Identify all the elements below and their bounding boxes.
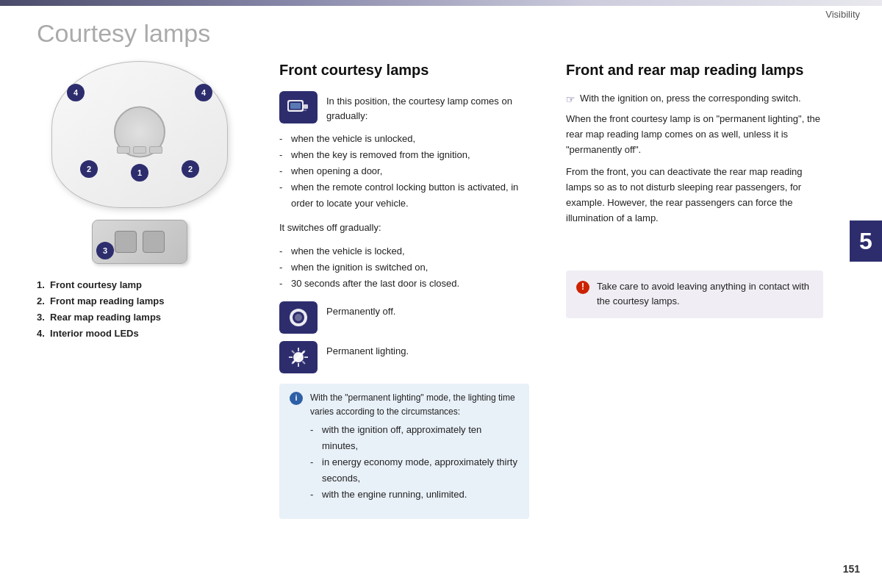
switch-panel: 3 [92,220,187,264]
chapter-number: 5 [850,220,882,262]
page-number: 151 [843,563,860,575]
badge-3: 3 [96,242,114,259]
middle-column: Front courtesy lamps In this position, t… [265,61,544,519]
info-sub-2: in energy economy mode, approximately th… [310,454,519,487]
info-box-content: With the "permanent lighting" mode, the … [310,391,519,512]
arrow-symbol: ☞ [566,92,576,107]
arrow-item-text: With the ignition on, press the correspo… [580,91,801,106]
badge-4-right: 4 [195,84,212,101]
badge-2-right: 2 [182,160,199,178]
off-bullet-list: when the vehicle is locked, when the ign… [279,243,529,292]
map-body-2: From the front, you can deactivate the r… [566,165,823,226]
left-column: 4 4 2 1 2 3 [29,61,265,519]
perm-on-icon [279,341,318,373]
on-item-1: when the vehicle is unlocked, [279,131,529,147]
gradually-on-icon [279,91,318,123]
lamp-btn-2 [133,146,146,154]
perm-on-row: Permanent lighting. [279,341,529,373]
switches-off-text: It switches off gradually: [279,220,529,236]
perm-off-row: Permanently off. [279,301,529,334]
badge-4-left: 4 [67,84,85,101]
warning-box: ! Take care to avoid leaving anything in… [566,270,823,319]
header-section-label: Visibility [825,9,860,20]
lamp-buttons-row [117,146,162,154]
off-item-3: 30 seconds after the last door is closed… [279,276,529,292]
info-sub-3: with the engine running, unlimited. [310,487,519,503]
legend-item-3: 3. Rear map reading lamps [37,309,164,326]
lamp-oval: 4 4 2 1 2 [51,61,228,208]
lamp-btn-1 [117,146,130,154]
warning-text: Take care to avoid leaving anything in c… [597,279,813,310]
info-sub-1: with the ignition off, approximately ten… [310,422,519,454]
badge-1: 1 [131,164,148,182]
map-reading-heading: Front and rear map reading lamps [566,61,823,79]
top-gradient-bar [0,0,882,6]
warning-icon: ! [576,281,589,294]
on-item-2: when the key is removed from the ignitio… [279,147,529,163]
svg-rect-2 [304,104,308,109]
info-icon: i [290,392,303,405]
svg-line-14 [303,361,306,364]
off-item-1: when the vehicle is locked, [279,243,529,259]
switch-btn-2 [143,231,165,253]
info-sub-list: with the ignition off, approximately ten… [310,422,519,503]
page-title: Courtesy lamps [37,19,882,48]
arrow-item: ☞ With the ignition on, press the corres… [566,91,823,107]
gradually-on-text: In this position, the courtesy lamp come… [326,91,529,123]
main-columns: 4 4 2 1 2 3 [0,61,882,519]
legend-item-1: 1. Front courtesy lamp [37,277,164,293]
perm-on-text: Permanent lighting. [326,341,409,359]
info-box: i With the "permanent lighting" mode, th… [279,384,529,520]
perm-off-icon [279,301,318,334]
on-item-4: when the remote control locking button i… [279,179,529,212]
legend-list: 1. Front courtesy lamp 2. Front map read… [37,277,164,342]
right-column: Front and rear map reading lamps ☞ With … [544,61,867,519]
legend-item-2: 2. Front map reading lamps [37,293,164,309]
on-item-3: when opening a door, [279,163,529,179]
perm-off-text: Permanently off. [326,301,395,319]
off-item-2: when the ignition is switched on, [279,259,529,276]
lamp-diagram: 4 4 2 1 2 [44,61,235,208]
legend-item-4: 4. Interior mood LEDs [37,326,164,342]
svg-point-7 [295,314,302,321]
switch-btn-1 [115,231,137,253]
map-body-1: When the front courtesy lamp is on "perm… [566,112,823,157]
badge-2-left: 2 [80,160,98,178]
svg-line-13 [292,351,295,354]
front-courtesy-heading: Front courtesy lamps [279,61,529,79]
svg-rect-3 [290,103,301,109]
gradually-on-row: In this position, the courtesy lamp come… [279,91,529,123]
lamp-btn-3 [149,146,162,154]
on-bullet-list: when the vehicle is unlocked, when the k… [279,131,529,212]
info-box-text: With the "permanent lighting" mode, the … [310,391,519,419]
